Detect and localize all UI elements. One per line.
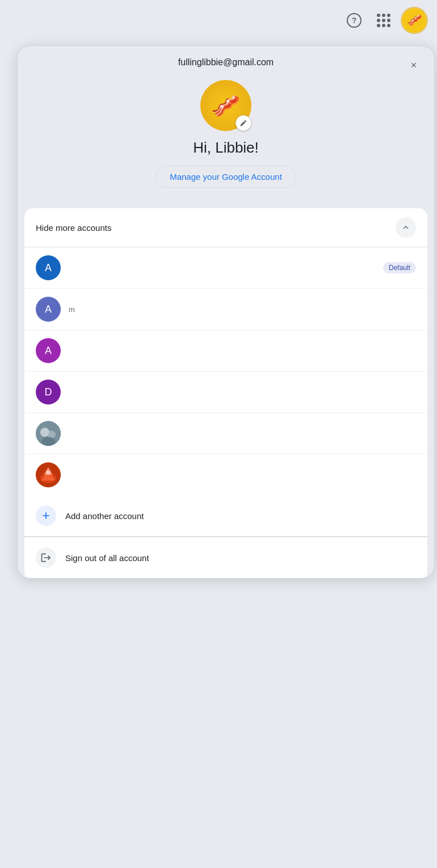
profile-section: 🥓 Hi, Libbie! Manage your Google Account — [18, 74, 434, 199]
plus-icon — [40, 510, 52, 521]
default-badge: Default — [383, 262, 416, 273]
apps-button[interactable] — [371, 8, 396, 33]
profile-avatar-wrapper: 🥓 — [200, 80, 251, 131]
account-row[interactable]: D — [24, 372, 427, 413]
avatar-image: 🥓 — [402, 7, 427, 34]
account-panel: fullinglibbie@gmail.com × 🥓 Hi, Libbie! … — [17, 45, 435, 579]
close-button[interactable]: × — [405, 56, 423, 74]
panel-email: fullinglibbie@gmail.com — [178, 57, 274, 68]
panel-header: fullinglibbie@gmail.com × — [18, 46, 434, 74]
account-info-2: m — [69, 305, 416, 314]
sign-out-label: Sign out of all account — [65, 553, 149, 563]
account-avatar-3: A — [36, 338, 61, 363]
help-icon: ? — [347, 13, 362, 28]
account-email-2: m — [69, 305, 416, 314]
account-avatar-1: A — [36, 255, 61, 280]
svg-point-8 — [46, 470, 51, 475]
svg-point-3 — [41, 437, 55, 446]
sign-out-icon — [40, 552, 52, 563]
edit-avatar-button[interactable] — [236, 115, 251, 131]
manage-account-button[interactable]: Manage your Google Account — [156, 166, 296, 188]
account-photo-6 — [36, 462, 61, 487]
add-account-icon-wrapper — [36, 505, 56, 526]
chevron-up-icon — [401, 222, 411, 233]
accounts-section: Hide more accounts A Default A — [24, 208, 427, 495]
accounts-header: Hide more accounts — [24, 208, 427, 247]
account-avatar-2: A — [36, 297, 61, 322]
account-photo-5 — [36, 421, 61, 446]
top-bar: ? 🥓 — [333, 0, 437, 41]
sign-out-row[interactable]: Sign out of all account — [24, 537, 427, 578]
account-row[interactable] — [24, 454, 427, 495]
add-account-label: Add another account — [65, 511, 144, 521]
bottom-actions: Add another account Sign out of all acco… — [24, 495, 427, 578]
accounts-header-label: Hide more accounts — [36, 223, 111, 233]
apps-icon — [377, 14, 390, 27]
greeting-text: Hi, Libbie! — [193, 139, 259, 157]
sign-out-icon-wrapper — [36, 547, 56, 568]
pencil-icon — [239, 119, 247, 127]
account-avatar-5 — [36, 421, 61, 446]
account-row[interactable] — [24, 413, 427, 454]
account-row[interactable]: A — [24, 330, 427, 372]
account-row[interactable]: A Default — [24, 247, 427, 289]
toggle-accounts-button[interactable] — [396, 217, 416, 238]
account-row[interactable]: A m — [24, 289, 427, 330]
help-button[interactable]: ? — [342, 8, 367, 33]
accounts-list: A Default A m A — [24, 247, 427, 495]
account-avatar-4: D — [36, 380, 61, 404]
account-avatar-6 — [36, 462, 61, 487]
account-avatar-button[interactable]: 🥓 — [401, 7, 428, 34]
add-account-row[interactable]: Add another account — [24, 495, 427, 537]
